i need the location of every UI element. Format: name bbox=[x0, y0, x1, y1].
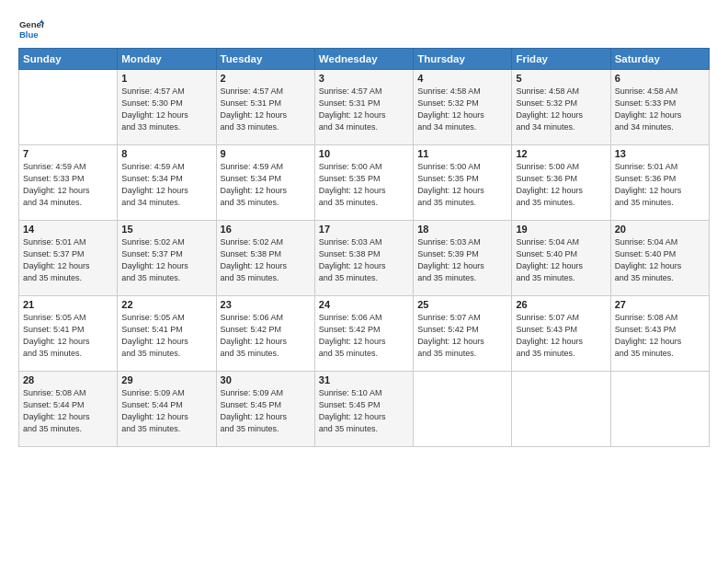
day-info: Sunrise: 5:03 AMSunset: 5:38 PMDaylight:… bbox=[319, 236, 409, 284]
day-number: 20 bbox=[615, 224, 705, 235]
day-number: 7 bbox=[23, 148, 113, 159]
day-number: 8 bbox=[121, 148, 211, 159]
day-number: 23 bbox=[221, 299, 311, 310]
day-number: 1 bbox=[121, 73, 211, 84]
day-number: 21 bbox=[23, 299, 113, 310]
day-number: 12 bbox=[516, 148, 606, 159]
day-info: Sunrise: 5:00 AMSunset: 5:35 PMDaylight:… bbox=[319, 161, 409, 209]
calendar-cell: 30Sunrise: 5:09 AMSunset: 5:45 PMDayligh… bbox=[216, 372, 314, 447]
svg-text:General: General bbox=[19, 19, 44, 29]
day-number: 24 bbox=[319, 299, 409, 310]
day-number: 25 bbox=[417, 299, 507, 310]
calendar-cell: 13Sunrise: 5:01 AMSunset: 5:36 PMDayligh… bbox=[610, 145, 709, 221]
day-number: 31 bbox=[319, 374, 409, 385]
day-info: Sunrise: 5:06 AMSunset: 5:42 PMDaylight:… bbox=[319, 312, 409, 360]
calendar-week-row: 7Sunrise: 4:59 AMSunset: 5:33 PMDaylight… bbox=[19, 145, 710, 221]
day-info: Sunrise: 5:04 AMSunset: 5:40 PMDaylight:… bbox=[615, 236, 705, 284]
day-info: Sunrise: 5:07 AMSunset: 5:43 PMDaylight:… bbox=[516, 312, 606, 360]
day-info: Sunrise: 4:57 AMSunset: 5:30 PMDaylight:… bbox=[121, 86, 211, 133]
calendar-table: SundayMondayTuesdayWednesdayThursdayFrid… bbox=[18, 48, 710, 447]
header-row: General Blue bbox=[18, 17, 710, 42]
day-info: Sunrise: 5:04 AMSunset: 5:40 PMDaylight:… bbox=[516, 236, 606, 284]
calendar-cell: 25Sunrise: 5:07 AMSunset: 5:42 PMDayligh… bbox=[414, 296, 512, 372]
day-number: 10 bbox=[319, 148, 409, 159]
calendar-cell: 27Sunrise: 5:08 AMSunset: 5:43 PMDayligh… bbox=[610, 296, 709, 372]
calendar-week-row: 28Sunrise: 5:08 AMSunset: 5:44 PMDayligh… bbox=[19, 372, 710, 447]
calendar-cell: 6Sunrise: 4:58 AMSunset: 5:33 PMDaylight… bbox=[610, 70, 709, 145]
calendar-cell: 16Sunrise: 5:02 AMSunset: 5:38 PMDayligh… bbox=[216, 221, 314, 296]
calendar-cell: 12Sunrise: 5:00 AMSunset: 5:36 PMDayligh… bbox=[512, 145, 610, 221]
day-info: Sunrise: 5:06 AMSunset: 5:42 PMDaylight:… bbox=[221, 312, 311, 360]
day-number: 19 bbox=[516, 224, 606, 235]
calendar-cell: 18Sunrise: 5:03 AMSunset: 5:39 PMDayligh… bbox=[414, 221, 512, 296]
day-number: 5 bbox=[516, 73, 606, 84]
day-number: 26 bbox=[516, 299, 606, 310]
day-number: 6 bbox=[615, 73, 705, 84]
calendar-header-row: SundayMondayTuesdayWednesdayThursdayFrid… bbox=[19, 49, 710, 70]
day-info: Sunrise: 5:00 AMSunset: 5:36 PMDaylight:… bbox=[516, 161, 606, 209]
day-number: 3 bbox=[319, 73, 409, 84]
calendar-cell: 17Sunrise: 5:03 AMSunset: 5:38 PMDayligh… bbox=[314, 221, 413, 296]
day-info: Sunrise: 5:08 AMSunset: 5:44 PMDaylight:… bbox=[23, 387, 113, 435]
day-number: 29 bbox=[121, 374, 211, 385]
day-info: Sunrise: 5:03 AMSunset: 5:39 PMDaylight:… bbox=[417, 236, 507, 284]
calendar-cell bbox=[414, 372, 512, 447]
day-number: 4 bbox=[417, 73, 507, 84]
day-info: Sunrise: 4:57 AMSunset: 5:31 PMDaylight:… bbox=[319, 86, 409, 133]
calendar-cell: 24Sunrise: 5:06 AMSunset: 5:42 PMDayligh… bbox=[314, 296, 413, 372]
day-info: Sunrise: 4:57 AMSunset: 5:31 PMDaylight:… bbox=[221, 86, 311, 133]
calendar-cell: 10Sunrise: 5:00 AMSunset: 5:35 PMDayligh… bbox=[314, 145, 413, 221]
day-info: Sunrise: 5:01 AMSunset: 5:37 PMDaylight:… bbox=[23, 236, 113, 284]
calendar-week-row: 14Sunrise: 5:01 AMSunset: 5:37 PMDayligh… bbox=[19, 221, 710, 296]
day-info: Sunrise: 4:59 AMSunset: 5:34 PMDaylight:… bbox=[121, 161, 211, 209]
header-day-saturday: Saturday bbox=[610, 49, 709, 70]
calendar-cell: 19Sunrise: 5:04 AMSunset: 5:40 PMDayligh… bbox=[512, 221, 610, 296]
calendar-cell: 31Sunrise: 5:10 AMSunset: 5:45 PMDayligh… bbox=[314, 372, 413, 447]
calendar-cell: 28Sunrise: 5:08 AMSunset: 5:44 PMDayligh… bbox=[19, 372, 118, 447]
day-number: 15 bbox=[121, 224, 211, 235]
svg-text:Blue: Blue bbox=[19, 29, 39, 40]
calendar-cell: 26Sunrise: 5:07 AMSunset: 5:43 PMDayligh… bbox=[512, 296, 610, 372]
calendar-cell: 7Sunrise: 4:59 AMSunset: 5:33 PMDaylight… bbox=[19, 145, 118, 221]
day-number: 27 bbox=[615, 299, 705, 310]
day-info: Sunrise: 5:00 AMSunset: 5:35 PMDaylight:… bbox=[417, 161, 507, 209]
day-number: 18 bbox=[417, 224, 507, 235]
day-number: 11 bbox=[417, 148, 507, 159]
page: General Blue SundayMondayTuesdayWednesda… bbox=[0, 0, 728, 563]
day-number: 22 bbox=[121, 299, 211, 310]
day-info: Sunrise: 5:05 AMSunset: 5:41 PMDaylight:… bbox=[121, 312, 211, 360]
calendar-cell bbox=[610, 372, 709, 447]
day-info: Sunrise: 5:07 AMSunset: 5:42 PMDaylight:… bbox=[417, 312, 507, 360]
day-info: Sunrise: 5:01 AMSunset: 5:36 PMDaylight:… bbox=[615, 161, 705, 209]
header-day-tuesday: Tuesday bbox=[216, 49, 314, 70]
day-info: Sunrise: 4:58 AMSunset: 5:32 PMDaylight:… bbox=[516, 86, 606, 133]
day-info: Sunrise: 4:58 AMSunset: 5:33 PMDaylight:… bbox=[615, 86, 705, 133]
logo-icon: General Blue bbox=[18, 17, 44, 42]
header-day-wednesday: Wednesday bbox=[314, 49, 413, 70]
calendar-cell: 14Sunrise: 5:01 AMSunset: 5:37 PMDayligh… bbox=[19, 221, 118, 296]
header-day-thursday: Thursday bbox=[414, 49, 512, 70]
day-info: Sunrise: 5:10 AMSunset: 5:45 PMDaylight:… bbox=[319, 387, 409, 435]
day-info: Sunrise: 5:02 AMSunset: 5:37 PMDaylight:… bbox=[121, 236, 211, 284]
header-day-sunday: Sunday bbox=[19, 49, 118, 70]
calendar-cell: 3Sunrise: 4:57 AMSunset: 5:31 PMDaylight… bbox=[314, 70, 413, 145]
calendar-cell bbox=[512, 372, 610, 447]
day-info: Sunrise: 4:59 AMSunset: 5:33 PMDaylight:… bbox=[23, 161, 113, 209]
calendar-cell bbox=[19, 70, 118, 145]
day-info: Sunrise: 5:05 AMSunset: 5:41 PMDaylight:… bbox=[23, 312, 113, 360]
calendar-cell: 22Sunrise: 5:05 AMSunset: 5:41 PMDayligh… bbox=[118, 296, 216, 372]
calendar-cell: 9Sunrise: 4:59 AMSunset: 5:34 PMDaylight… bbox=[216, 145, 314, 221]
calendar-cell: 21Sunrise: 5:05 AMSunset: 5:41 PMDayligh… bbox=[19, 296, 118, 372]
day-info: Sunrise: 5:08 AMSunset: 5:43 PMDaylight:… bbox=[615, 312, 705, 360]
header-day-monday: Monday bbox=[118, 49, 216, 70]
day-number: 13 bbox=[615, 148, 705, 159]
calendar-cell: 1Sunrise: 4:57 AMSunset: 5:30 PMDaylight… bbox=[118, 70, 216, 145]
day-info: Sunrise: 5:09 AMSunset: 5:44 PMDaylight:… bbox=[121, 387, 211, 435]
day-number: 14 bbox=[23, 224, 113, 235]
day-info: Sunrise: 5:09 AMSunset: 5:45 PMDaylight:… bbox=[221, 387, 311, 435]
calendar-cell: 11Sunrise: 5:00 AMSunset: 5:35 PMDayligh… bbox=[414, 145, 512, 221]
calendar-cell: 23Sunrise: 5:06 AMSunset: 5:42 PMDayligh… bbox=[216, 296, 314, 372]
calendar-cell: 4Sunrise: 4:58 AMSunset: 5:32 PMDaylight… bbox=[414, 70, 512, 145]
day-info: Sunrise: 5:02 AMSunset: 5:38 PMDaylight:… bbox=[221, 236, 311, 284]
day-number: 28 bbox=[23, 374, 113, 385]
